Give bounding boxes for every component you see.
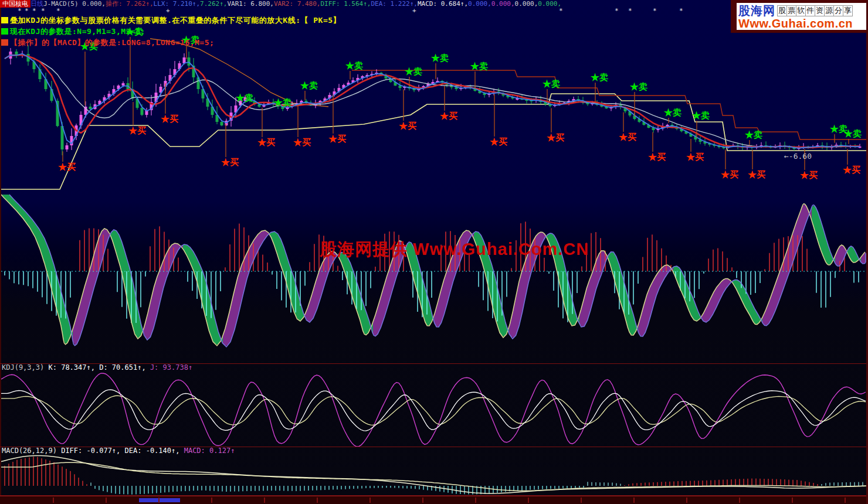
legend-square bbox=[1, 28, 8, 35]
watermark-text: 股海网提供 Www.Guhai.Com.CN bbox=[320, 238, 589, 261]
scrollbar-tick bbox=[739, 498, 740, 503]
header-segment: J: 93.738↑ bbox=[150, 363, 192, 372]
topbar-segment: 0.000, bbox=[538, 0, 561, 8]
svg-text:★卖: ★卖 bbox=[664, 107, 681, 117]
legend-square bbox=[1, 17, 8, 23]
star-annotation: * bbox=[41, 7, 45, 15]
scrollbar-tick bbox=[845, 498, 846, 503]
topbar-segment: 操作: 7.262↑, bbox=[106, 0, 154, 8]
header-segment: D: 70.651↑, bbox=[99, 363, 150, 372]
topbar-segment: 0.000, bbox=[468, 0, 491, 8]
header-segment: MACD(26,12,9) bbox=[2, 447, 61, 455]
star-annotation: * bbox=[18, 7, 22, 15]
svg-text:★卖: ★卖 bbox=[431, 53, 449, 63]
star-annotation: * bbox=[628, 7, 632, 15]
svg-text:★买: ★买 bbox=[648, 152, 666, 162]
header-segment: KDJ(9,3,3) bbox=[2, 363, 48, 372]
scrollbar-tick bbox=[528, 498, 529, 503]
scrollbar-tick bbox=[369, 498, 371, 503]
last-price-label: ←-6.60 bbox=[784, 152, 812, 161]
svg-text:★卖: ★卖 bbox=[542, 79, 560, 88]
scrollbar-tick bbox=[106, 498, 107, 503]
svg-text:★买: ★买 bbox=[800, 170, 818, 180]
svg-text:★买: ★买 bbox=[128, 125, 146, 135]
topbar-segment: DIFF: 1.564↑, bbox=[320, 0, 371, 8]
svg-text:★买: ★买 bbox=[721, 169, 738, 179]
topbar-segment: MACD: 0.684↑, bbox=[418, 0, 468, 8]
star-annotation: * bbox=[653, 7, 657, 15]
svg-text:★卖: ★卖 bbox=[844, 128, 862, 138]
star-annotation: * bbox=[25, 7, 29, 15]
scrollbar-tick bbox=[633, 498, 635, 503]
svg-text:★卖: ★卖 bbox=[470, 61, 488, 71]
svg-text:★买: ★买 bbox=[547, 132, 564, 142]
header-segment: K: 78.347↑, bbox=[48, 363, 99, 372]
svg-text:★买: ★买 bbox=[161, 114, 178, 124]
svg-text:★卖: ★卖 bbox=[692, 110, 710, 120]
scrollbar-tick bbox=[158, 498, 160, 503]
parameter-info-line: 现在KDJ的参数是:N=9,M1=3,M2=3; bbox=[1, 26, 145, 36]
svg-text:★买: ★买 bbox=[257, 137, 275, 147]
svg-text:★买: ★买 bbox=[686, 152, 704, 162]
scrollbar-thumb[interactable] bbox=[139, 498, 180, 502]
star-annotation: + bbox=[412, 7, 416, 15]
star-annotation: * bbox=[32, 7, 36, 15]
guhai-logo[interactable]: 股海网 股票软件资源分享 Www.Guhai.com.cn bbox=[737, 3, 866, 30]
topbar-segment: DEA: 1.222↑, bbox=[371, 0, 417, 8]
scrollbar-tick bbox=[211, 498, 212, 503]
svg-text:★买: ★买 bbox=[58, 162, 76, 172]
svg-text:★卖: ★卖 bbox=[745, 130, 762, 139]
logo-title: 股海网 bbox=[738, 3, 775, 19]
scrollbar-tick bbox=[792, 498, 793, 503]
star-annotation: * bbox=[679, 7, 683, 15]
svg-text:★卖: ★卖 bbox=[274, 97, 291, 107]
parameter-info-line: 【操作】的【MACD】的参数是:LONG=8,LONG=16,M=5; bbox=[1, 38, 214, 47]
topbar-segment: 0.000, bbox=[491, 0, 515, 8]
svg-text:★买: ★买 bbox=[490, 137, 507, 147]
svg-text:★买: ★买 bbox=[619, 132, 636, 142]
svg-text:★买: ★买 bbox=[748, 169, 765, 179]
svg-text:★买: ★买 bbox=[843, 165, 860, 175]
scrollbar-tick bbox=[581, 498, 582, 503]
topbar-segment: J-MACD(5) 0.000, bbox=[43, 0, 106, 8]
svg-text:★卖: ★卖 bbox=[345, 60, 363, 70]
star-annotation: * bbox=[56, 7, 60, 15]
scrollbar-tick bbox=[317, 498, 318, 503]
macd-indicator-panel[interactable] bbox=[0, 455, 868, 496]
topbar-segment: VAR1: 6.800, bbox=[227, 0, 273, 8]
svg-text:★买: ★买 bbox=[399, 121, 416, 131]
svg-text:★卖: ★卖 bbox=[405, 66, 422, 76]
topbar-segment: 7.262↑, bbox=[200, 0, 227, 8]
scrollbar-tick bbox=[422, 498, 423, 503]
scrollbar-tick bbox=[264, 498, 265, 503]
star-annotation: + bbox=[166, 7, 170, 15]
star-annotation: * bbox=[559, 7, 563, 15]
svg-text:★买: ★买 bbox=[293, 137, 311, 147]
svg-text:★卖: ★卖 bbox=[300, 80, 318, 90]
scrollbar-tick bbox=[53, 498, 54, 503]
topbar-segment: VAR2: 7.480, bbox=[274, 0, 320, 8]
window-border-left bbox=[0, 8, 1, 504]
macd-panel-header: MACD(26,12,9) DIFF: -0.077↑, DEA: -0.140… bbox=[2, 447, 235, 455]
header-segment: DIFF: -0.077↑, bbox=[61, 447, 124, 455]
scrollbar-tick bbox=[686, 498, 687, 503]
topbar-segment: 0.000, bbox=[515, 0, 538, 8]
logo-subtitle-grid: 股票软件资源分享 bbox=[778, 5, 853, 16]
kdj-panel-header: KDJ(9,3,3) K: 78.347↑, D: 70.651↑, J: 93… bbox=[2, 364, 192, 372]
svg-text:★买: ★买 bbox=[221, 157, 239, 167]
kdj-indicator-panel[interactable] bbox=[0, 372, 868, 447]
parameter-info-line: 叠加KDJ的坐标参数与股票价格有关需要调整.在不重叠的条件下尽可能的放大K线:【… bbox=[1, 15, 341, 25]
svg-text:★卖: ★卖 bbox=[630, 81, 647, 91]
header-segment: MACD: 0.127↑ bbox=[184, 447, 235, 455]
trading-app-window: 中国核电日线 J-MACD(5) 0.000, 操作: 7.262↑, LLX:… bbox=[0, 0, 868, 504]
logo-url: Www.Guhai.com.cn bbox=[738, 18, 864, 29]
main-price-chart[interactable]: ★卖★卖★卖★卖★卖★卖★卖★卖★卖★卖★卖★卖★卖★卖★卖★卖★卖★卖★买★买… bbox=[0, 0, 868, 363]
svg-text:★买: ★买 bbox=[328, 134, 346, 144]
horizontal-scrollbar[interactable] bbox=[0, 496, 868, 504]
header-segment: DEA: -0.140↑, bbox=[125, 447, 184, 455]
svg-text:★买: ★买 bbox=[440, 111, 457, 121]
legend-square bbox=[1, 39, 8, 46]
scrollbar-tick bbox=[475, 498, 476, 503]
star-annotation: * bbox=[615, 7, 619, 15]
svg-text:★卖: ★卖 bbox=[591, 72, 608, 82]
